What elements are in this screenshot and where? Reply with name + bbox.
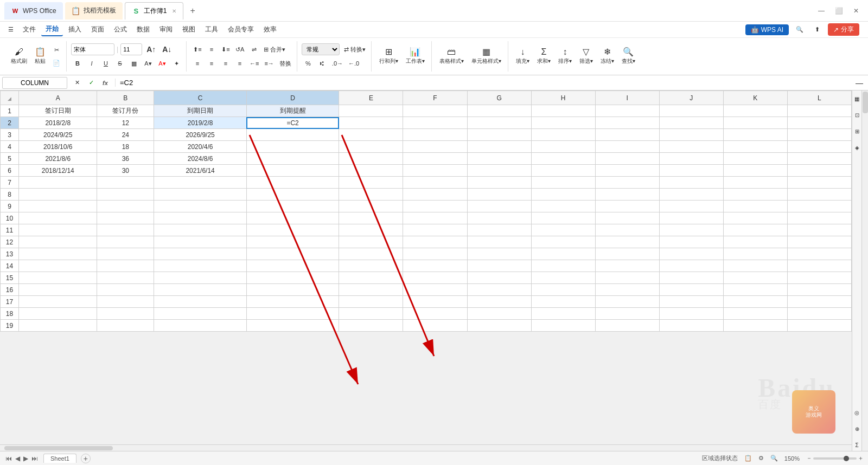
menu-file[interactable]: 文件: [18, 23, 40, 36]
cell-A2[interactable]: 2018/2/8: [19, 117, 97, 129]
clear-format-button[interactable]: ✦: [170, 57, 183, 69]
cell-J4[interactable]: [659, 141, 723, 153]
cell-F5[interactable]: [403, 153, 467, 165]
add-sheet-button[interactable]: +: [81, 454, 91, 463]
cell-C4[interactable]: 2020/4/6: [154, 141, 247, 153]
align-center-button[interactable]: ≡: [205, 57, 218, 69]
sheet-tab[interactable]: Sheet1: [43, 454, 76, 463]
cell-B5[interactable]: 36: [97, 153, 154, 165]
cell-C1[interactable]: 到期日期: [154, 105, 247, 117]
cancel-formula-button[interactable]: ✕: [71, 77, 84, 89]
cell-C3[interactable]: 2026/9/25: [154, 129, 247, 141]
number-format-select[interactable]: 常规: [302, 43, 340, 55]
cell-C2[interactable]: 2019/2/8: [154, 117, 247, 129]
freeze-button[interactable]: ❄ 冻结▾: [597, 43, 617, 69]
font-size-input[interactable]: [120, 43, 142, 55]
cell-A1[interactable]: 签订日期: [19, 105, 97, 117]
cell-H4[interactable]: [531, 141, 595, 153]
col-header-L[interactable]: L: [787, 91, 851, 105]
font-name-input[interactable]: [71, 43, 114, 55]
formula-bar-collapse[interactable]: —: [853, 77, 866, 89]
cell-H3[interactable]: [531, 129, 595, 141]
zoom-slider-thumb[interactable]: [844, 456, 849, 461]
cell-K2[interactable]: [723, 117, 787, 129]
close-button[interactable]: ✕: [848, 5, 864, 16]
cell-G3[interactable]: [467, 129, 531, 141]
cell-F6[interactable]: [403, 165, 467, 177]
menu-home[interactable]: 开始: [41, 23, 63, 36]
cell-A4[interactable]: 2018/10/6: [19, 141, 97, 153]
cell-I1[interactable]: [595, 105, 659, 117]
add-tab-button[interactable]: +: [186, 3, 199, 19]
v-scrollbar-thumb[interactable]: [863, 92, 868, 113]
nav-last[interactable]: ⏭: [30, 455, 39, 462]
tab-spreadsheet[interactable]: S 工作簿1 ✕: [125, 2, 184, 20]
col-header-H[interactable]: H: [531, 91, 595, 105]
zoom-slider[interactable]: [813, 457, 857, 460]
cell-H5[interactable]: [531, 153, 595, 165]
zoom-out-button[interactable]: －: [806, 454, 812, 462]
cell-F2[interactable]: [403, 117, 467, 129]
cell-B1[interactable]: 签订月份: [97, 105, 154, 117]
menu-review[interactable]: 审阅: [155, 23, 177, 36]
paste-button[interactable]: 📋 粘贴: [31, 43, 49, 69]
sort-button[interactable]: ↕ 排序▾: [555, 43, 575, 69]
nav-next[interactable]: ▶: [22, 455, 29, 462]
cell-I4[interactable]: [595, 141, 659, 153]
col-header-B[interactable]: B: [97, 91, 154, 105]
border-button[interactable]: ▦: [127, 57, 141, 69]
cell-D2[interactable]: =C2: [246, 117, 339, 129]
nav-prev[interactable]: ◀: [14, 455, 21, 462]
cell-I6[interactable]: [595, 165, 659, 177]
zoom-in-button[interactable]: ＋: [858, 454, 864, 462]
col-header-A[interactable]: A: [19, 91, 97, 105]
decimal-increase-button[interactable]: .0→: [330, 57, 345, 69]
cell-G5[interactable]: [467, 153, 531, 165]
cell-G2[interactable]: [467, 117, 531, 129]
nav-first[interactable]: ⏮: [4, 455, 13, 462]
worksheet-button[interactable]: 📊 工作表▾: [403, 43, 428, 69]
align-middle-button[interactable]: ≡: [205, 43, 218, 55]
cell-E1[interactable]: [339, 105, 403, 117]
format-painter-button[interactable]: 🖌 格式刷: [8, 43, 30, 69]
cell-G4[interactable]: [467, 141, 531, 153]
cell-K3[interactable]: [723, 129, 787, 141]
cell-E3[interactable]: [339, 129, 403, 141]
cell-L2[interactable]: [787, 117, 851, 129]
bold-button[interactable]: B: [71, 57, 84, 69]
vertical-scrollbar[interactable]: [861, 91, 868, 451]
tab-wps[interactable]: W WPS Office: [4, 2, 63, 20]
tab-template[interactable]: 📋 找稻壳模板: [65, 2, 123, 20]
italic-button[interactable]: I: [85, 57, 98, 69]
menu-view[interactable]: 视图: [178, 23, 200, 36]
table-style-button[interactable]: 🗃 表格样式▾: [436, 43, 467, 69]
cell-E4[interactable]: [339, 141, 403, 153]
cell-F3[interactable]: [403, 129, 467, 141]
replace-button[interactable]: 替换: [277, 57, 293, 69]
cell-F1[interactable]: [403, 105, 467, 117]
col-header-J[interactable]: J: [659, 91, 723, 105]
menu-formula[interactable]: 公式: [110, 23, 131, 36]
cell-D3[interactable]: [246, 129, 339, 141]
bottom-scrollbar[interactable]: [0, 444, 852, 451]
copy-button[interactable]: 📄: [50, 57, 63, 69]
font-increase-button[interactable]: A↑: [144, 43, 158, 55]
cell-C5[interactable]: 2024/8/6: [154, 153, 247, 165]
restore-button[interactable]: ⬜: [831, 5, 846, 16]
search-button[interactable]: 🔍: [793, 24, 806, 36]
indent-decrease-button[interactable]: ←≡: [247, 57, 261, 69]
menu-data[interactable]: 数据: [132, 23, 154, 36]
col-header-K[interactable]: K: [723, 91, 787, 105]
cell-B6[interactable]: 30: [97, 165, 154, 177]
percent-button[interactable]: %: [302, 57, 315, 69]
cell-H2[interactable]: [531, 117, 595, 129]
hamburger-menu[interactable]: ☰: [4, 24, 17, 36]
wps-ai-button[interactable]: 🤖 WPS AI: [745, 24, 789, 35]
menu-vip[interactable]: 会员专享: [224, 23, 258, 36]
cell-K5[interactable]: [723, 153, 787, 165]
col-header-C[interactable]: C: [154, 91, 247, 105]
cell-J3[interactable]: [659, 129, 723, 141]
cell-L3[interactable]: [787, 129, 851, 141]
cell-J6[interactable]: [659, 165, 723, 177]
cell-L4[interactable]: [787, 141, 851, 153]
